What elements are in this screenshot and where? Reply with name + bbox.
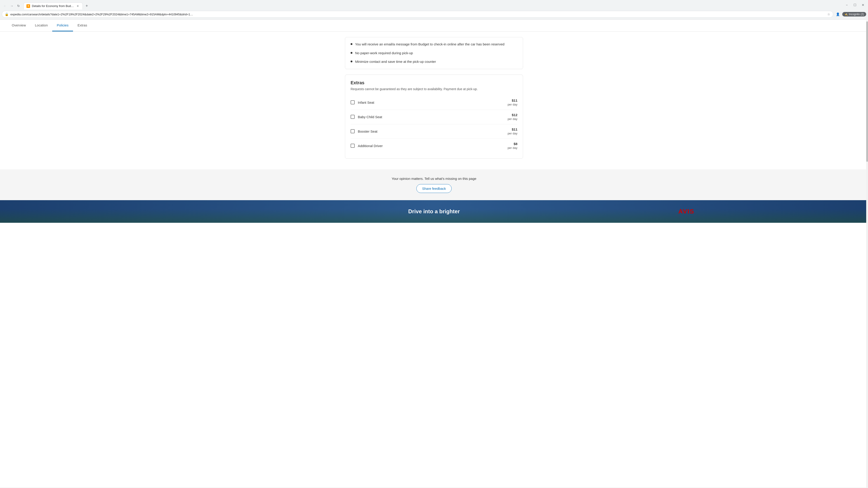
minimize-button[interactable]: − [844,2,850,8]
tab-bar: ← → ↻ ✈ Details for Economy from Bud… ✕ … [0,0,868,10]
booster-seat-period: per day [508,132,518,135]
browser-chrome: ← → ↻ ✈ Details for Economy from Bud… ✕ … [0,0,868,20]
booster-seat-amount: $11 [508,127,518,131]
policy-text-2: No paper-work required during pick-up [355,51,413,56]
incognito-badge: 🕵 Incognito (2) [842,12,866,17]
tab-location[interactable]: Location [31,20,53,31]
baby-child-seat-price: $12 per day [508,113,518,121]
reload-button[interactable]: ↻ [16,3,22,9]
address-bar-row: 🔒 expedia.com/carsearch/details?date1=2%… [0,10,868,20]
url-text: expedia.com/carsearch/details?date1=2%2F… [10,13,826,16]
bookmark-icon[interactable]: ☆ [827,12,830,16]
additional-driver-price: $8 per day [508,142,518,150]
extra-item-booster-seat: Booster Seat $11 per day [350,124,518,139]
infant-seat-label: Infant Seat [358,101,508,104]
back-button[interactable]: ← [2,3,8,9]
additional-driver-period: per day [508,146,518,150]
baby-child-seat-amount: $12 [508,113,518,117]
baby-child-seat-period: per day [508,117,518,121]
infant-seat-period: per day [508,103,518,106]
extra-item-infant-seat: Infant Seat $11 per day [350,95,518,110]
main-content: You will receive an email/a message from… [341,32,527,169]
booster-seat-checkbox[interactable] [350,129,355,133]
scrollbar-thumb[interactable] [866,22,868,162]
extras-title: Extras [350,80,518,86]
infant-seat-amount: $11 [508,98,518,102]
feedback-section: Your opinion matters. Tell us what's mis… [0,169,868,200]
bullet-dot-3 [350,61,352,62]
baby-child-seat-label: Baby Child Seat [358,115,508,119]
infant-seat-checkbox[interactable] [350,100,355,104]
booster-seat-label: Booster Seat [358,129,508,133]
policy-text-3: Minimize contact and save time at the pi… [355,59,436,64]
policy-text-1: You will receive an email/a message from… [355,42,504,47]
page-wrapper: Overview Location Policies Extras You wi… [0,20,868,487]
bullet-dot-1 [350,43,352,45]
additional-driver-checkbox[interactable] [350,144,355,148]
tab-policies[interactable]: Policies [52,20,73,31]
policy-section: You will receive an email/a message from… [345,37,523,69]
window-controls: − ☐ ✕ [844,2,866,10]
bullet-dot-2 [350,52,352,54]
additional-driver-amount: $8 [508,142,518,146]
forward-button[interactable]: → [8,3,15,9]
tab-navigation: ← → ↻ [2,3,22,9]
additional-driver-label: Additional Driver [358,144,508,148]
active-tab[interactable]: ✈ Details for Economy from Bud… ✕ [24,2,83,9]
profile-button[interactable]: 👤 [835,11,841,18]
tab-overview[interactable]: Overview [7,20,31,31]
extra-item-additional-driver: Additional Driver $8 per day [350,139,518,153]
address-bar[interactable]: 🔒 expedia.com/carsearch/details?date1=2%… [2,11,833,18]
tab-extras[interactable]: Extras [73,20,92,31]
share-feedback-button[interactable]: Share feedback [416,184,452,193]
feedback-text: Your opinion matters. Tell us what's mis… [4,177,864,181]
tab-title: Details for Economy from Bud… [32,4,74,8]
extras-subtitle: Requests cannot be guaranteed as they ar… [350,87,518,91]
policy-bullet-1: You will receive an email/a message from… [350,42,518,47]
lock-icon: 🔒 [5,12,8,16]
tab-favicon-icon: ✈ [26,4,30,8]
close-window-button[interactable]: ✕ [860,2,866,8]
policy-bullet-3: Minimize contact and save time at the pi… [350,59,518,64]
ad-tagline: Drive into a brighter [408,208,460,215]
incognito-icon: 🕵 [844,13,848,16]
page-nav-tabs: Overview Location Policies Extras [0,20,868,32]
new-tab-button[interactable]: + [84,3,90,9]
maximize-button[interactable]: ☐ [852,2,858,8]
extra-item-baby-child-seat: Baby Child Seat $12 per day [350,110,518,124]
booster-seat-price: $11 per day [508,127,518,135]
baby-child-seat-checkbox[interactable] [350,115,355,119]
extras-section: Extras Requests cannot be guaranteed as … [345,74,523,159]
incognito-label: Incognito (2) [849,13,864,16]
policy-bullet-2: No paper-work required during pick-up [350,51,518,56]
tab-close-button[interactable]: ✕ [76,4,80,8]
infant-seat-price: $11 per day [508,98,518,106]
scrollbar[interactable] [866,20,868,487]
ad-banner: Drive into a brighter AVIS [0,200,868,223]
ad-brand-logo: AVIS [678,208,694,215]
